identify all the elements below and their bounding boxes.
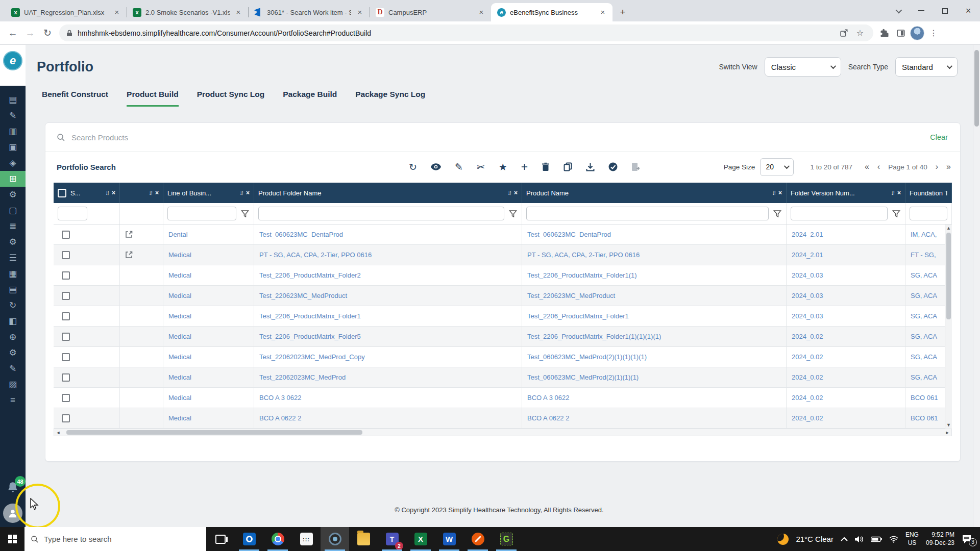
sidebar-item-analytics[interactable]: ◧: [0, 313, 26, 329]
tab-search-chevron-icon[interactable]: [886, 0, 910, 21]
bookmark-star-icon[interactable]: ☆: [852, 25, 868, 41]
clear-search-link[interactable]: Clear: [930, 133, 948, 141]
extensions-puzzle-icon[interactable]: [876, 25, 893, 41]
tray-expand-chevron-icon[interactable]: [841, 537, 848, 542]
product-folder-link[interactable]: Test_2206_ProductMatrix_Folder5: [259, 333, 361, 340]
row-checkbox[interactable]: [62, 251, 70, 259]
table-vertical-scrollbar[interactable]: ▲ ▼: [945, 224, 952, 429]
new-tab-button[interactable]: +: [616, 5, 630, 19]
select-all-checkbox[interactable]: [58, 189, 66, 197]
sort-control[interactable]: ↓↑×: [891, 189, 901, 196]
external-link-icon[interactable]: [125, 231, 133, 238]
sidebar-item-doc-sign[interactable]: ✎: [0, 361, 26, 377]
reload-button[interactable]: ↻: [39, 24, 56, 42]
sort-control[interactable]: ↓↑×: [149, 189, 159, 196]
row-checkbox[interactable]: [62, 373, 70, 382]
sidebar-item-guide-book[interactable]: ≣: [0, 218, 26, 234]
sidebar-item-product-settings[interactable]: ⚙: [0, 187, 26, 203]
chrome-app-button[interactable]: [263, 527, 292, 551]
notifications-bell-icon[interactable]: 48: [6, 481, 19, 494]
close-tab-icon[interactable]: ×: [477, 8, 486, 17]
approve-check-icon[interactable]: [608, 162, 618, 171]
task-view-button[interactable]: [206, 527, 235, 551]
row-checkbox[interactable]: [62, 292, 70, 300]
close-tab-icon[interactable]: ×: [234, 8, 243, 17]
start-button[interactable]: [0, 527, 24, 551]
browser-tab-2[interactable]: x 2.0 Smoke Scenarios -V1.xlsx ×: [127, 3, 248, 21]
window-maximize-button[interactable]: [933, 0, 957, 21]
product-name-link[interactable]: BCO A 3 0622: [527, 394, 569, 402]
sidebar-item-globe[interactable]: ⊕: [0, 329, 26, 345]
Package Build[interactable]: Package Build: [283, 90, 337, 107]
sort-control[interactable]: ↓↑×: [105, 189, 115, 196]
taskbar-search-box[interactable]: Type here to search: [24, 527, 206, 551]
window-minimize-button[interactable]: [910, 0, 933, 21]
weather-moon-icon[interactable]: [777, 534, 789, 545]
user-avatar[interactable]: [3, 504, 22, 523]
Package Sync Log[interactable]: Package Sync Log: [355, 90, 425, 107]
product-folder-link[interactable]: Test_220623MC_MedProduct: [259, 292, 347, 299]
sort-control[interactable]: ↓↑×: [507, 189, 518, 196]
sidebar-item-reports[interactable]: ▨: [0, 377, 26, 392]
scroll-up-arrow[interactable]: ▲: [946, 224, 951, 232]
volume-icon[interactable]: [855, 536, 864, 543]
filter-product-input[interactable]: [526, 207, 769, 220]
wifi-icon[interactable]: [889, 536, 898, 543]
table-horizontal-scrollbar[interactable]: ◄ ►: [54, 429, 952, 436]
weather-temp[interactable]: 21°C: [796, 535, 813, 543]
browser-tab-3[interactable]: 3061* - Search Work item - Sear ×: [248, 3, 370, 21]
sidebar-item-gallery[interactable]: ▦: [0, 266, 26, 282]
add-plus-icon[interactable]: +: [521, 161, 528, 173]
row-checkbox[interactable]: [62, 271, 70, 280]
switch-view-select[interactable]: Classic: [765, 57, 841, 77]
sidebar-item-layers[interactable]: ◈: [0, 155, 26, 171]
pen-app-button[interactable]: [463, 527, 492, 551]
copy-icon[interactable]: [564, 162, 572, 171]
product-name-link[interactable]: Test_2206_ProductMatrix_Folder1: [527, 312, 629, 320]
address-bar[interactable]: hmhshmk-ebsdemo.simplifyhealthcare.com/C…: [59, 24, 873, 41]
sidebar-item-plan-notebook[interactable]: ▥: [0, 123, 26, 139]
cut-scissors-icon[interactable]: ✂: [477, 162, 485, 172]
outlook-app-button[interactable]: [235, 527, 263, 551]
calculator-app-button[interactable]: :::: [292, 527, 321, 551]
filter-funnel-icon[interactable]: [508, 210, 518, 217]
product-name-link[interactable]: Test_060623MC_MedProd(2)(1)(1)(1)(1): [527, 353, 647, 361]
word-app-button[interactable]: W: [435, 527, 463, 551]
product-folder-link[interactable]: Test_22062023MC_MedProd_Copy: [259, 353, 365, 361]
product-folder-link[interactable]: PT - SG, ACA, CPA, 2-Tier, PPO 0616: [259, 251, 372, 259]
filter-funnel-icon[interactable]: [773, 210, 782, 217]
clock[interactable]: 9:52 PM09-Dec-23: [926, 531, 954, 547]
share-icon[interactable]: [836, 25, 852, 41]
browser-tab-1[interactable]: x UAT_Regression_Plan.xlsx ×: [5, 3, 127, 21]
row-checkbox[interactable]: [62, 353, 70, 361]
refresh-icon[interactable]: ↻: [409, 162, 417, 172]
profile-avatar[interactable]: [909, 25, 925, 41]
product-name-link[interactable]: Test_220623MC_MedProduct: [527, 292, 615, 299]
delete-trash-icon[interactable]: [542, 162, 550, 171]
forward-button[interactable]: →: [21, 24, 39, 42]
filter-foundation-input[interactable]: [910, 207, 947, 220]
product-name-link[interactable]: Test_060623MC_DentaProd: [527, 231, 611, 238]
filter-funnel-icon[interactable]: [240, 210, 250, 217]
excel-app-button[interactable]: X: [406, 527, 435, 551]
filter-select-input[interactable]: [58, 207, 87, 220]
download-icon[interactable]: [586, 163, 595, 171]
sidebar-item-benefit-edit[interactable]: ✎: [0, 108, 26, 123]
Benefit Construct[interactable]: Benefit Construct: [42, 90, 108, 107]
row-checkbox[interactable]: [62, 394, 70, 402]
filter-lob-input[interactable]: [167, 207, 236, 220]
sort-control[interactable]: ↓↑×: [772, 189, 782, 196]
sidebar-item-benefit-construct[interactable]: ▤: [0, 92, 26, 108]
prev-page-button[interactable]: ‹: [877, 162, 880, 171]
scroll-down-arrow[interactable]: ▼: [946, 421, 951, 429]
product-name-link[interactable]: Test_2206_ProductMatrix_Folder1(1): [527, 271, 637, 279]
product-folder-link[interactable]: BCO A 0622 2: [259, 414, 301, 422]
product-folder-link[interactable]: BCO A 3 0622: [259, 394, 301, 402]
product-folder-link[interactable]: Test_22062023MC_MedProd: [259, 373, 346, 381]
window-close-button[interactable]: ×: [957, 0, 980, 21]
sidebar-item-documents[interactable]: ▣: [0, 139, 26, 155]
sidebar-item-list[interactable]: ≡: [0, 392, 26, 408]
page-scrollbar[interactable]: [973, 45, 980, 527]
teams-app-button[interactable]: T 2: [378, 527, 406, 551]
scroll-left-arrow[interactable]: ◄: [54, 430, 62, 435]
